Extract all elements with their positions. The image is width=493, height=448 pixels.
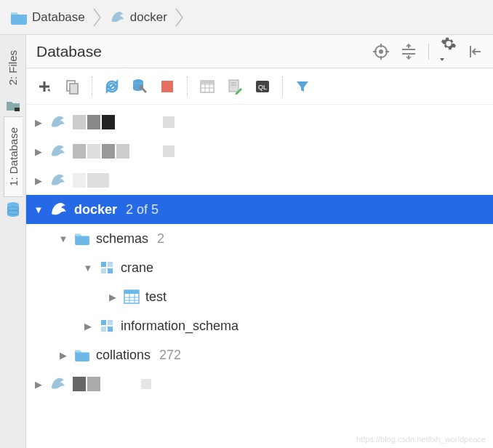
datasource-meta: 2 of 5 (126, 202, 159, 217)
rail-tab-files[interactable]: 2: Files (3, 39, 23, 96)
mysql-dolphin-icon (49, 143, 67, 160)
table-icon (124, 289, 140, 304)
rail-tab-database[interactable]: 1: Database (4, 116, 23, 197)
collapse-arrow-icon[interactable]: ▼ (58, 233, 68, 244)
folder-icon (74, 232, 90, 245)
filter-button[interactable] (292, 76, 313, 97)
table-view-button[interactable] (196, 76, 218, 97)
svg-point-15 (133, 79, 143, 84)
expand-arrow-icon[interactable]: ▶ (33, 175, 44, 186)
schemas-count: 2 (157, 231, 164, 247)
expand-arrow-icon[interactable]: ▶ (58, 350, 68, 361)
separator (92, 76, 92, 97)
schema-icon (99, 260, 115, 276)
mysql-dolphin-icon (110, 9, 126, 25)
panel-title: Database (36, 43, 102, 60)
redacted-label (73, 173, 109, 188)
database-stack-icon[interactable] (6, 201, 20, 217)
expand-arrow-icon[interactable]: ▶ (33, 379, 44, 390)
svg-point-5 (379, 49, 383, 54)
split-icon[interactable] (401, 44, 417, 60)
schema-label: crane (121, 260, 153, 276)
stop-button[interactable] (156, 76, 178, 97)
svg-rect-28 (101, 262, 106, 267)
datasource-row[interactable]: ▶ (26, 166, 493, 195)
datasource-label: docker (74, 202, 117, 217)
watermark: https://blog.csdn.net/lxh_worldpeace (356, 435, 486, 444)
expand-arrow-icon[interactable]: ▶ (108, 292, 118, 303)
table-label: test (145, 289, 167, 305)
table-row[interactable]: ▶ test (26, 282, 493, 311)
svg-rect-0 (15, 108, 20, 111)
svg-rect-16 (161, 81, 173, 92)
redacted-mark (141, 379, 151, 389)
separator (428, 44, 429, 60)
folder-small-icon[interactable] (6, 100, 20, 112)
svg-rect-14 (70, 84, 78, 94)
refresh-button[interactable] (101, 76, 123, 97)
edit-button[interactable] (224, 76, 246, 97)
collapse-arrow-icon[interactable]: ▼ (33, 204, 44, 215)
svg-rect-30 (101, 268, 106, 273)
gear-icon[interactable] (441, 36, 457, 68)
schemas-folder[interactable]: ▼ schemas 2 (26, 224, 493, 253)
svg-rect-23 (229, 80, 239, 92)
expand-arrow-icon[interactable]: ▶ (33, 117, 44, 128)
collations-label: collations (96, 348, 151, 363)
expand-arrow-icon[interactable]: ▶ (83, 321, 93, 332)
svg-rect-29 (108, 262, 113, 267)
datasource-row[interactable]: ▶ (26, 369, 493, 399)
redacted-label (73, 144, 129, 159)
expand-arrow-icon[interactable]: ▶ (33, 146, 44, 157)
schema-icon (99, 318, 115, 334)
svg-rect-40 (101, 327, 106, 332)
breadcrumb: Database docker (0, 0, 493, 35)
datasource-row[interactable]: ▶ (26, 137, 493, 166)
left-rail: 2: Files 1: Database (0, 35, 26, 448)
datasource-row[interactable]: ▶ (26, 108, 493, 137)
schema-row[interactable]: ▼ crane (26, 253, 493, 282)
add-button[interactable] (33, 76, 55, 97)
folder-icon (74, 348, 90, 361)
schema-row[interactable]: ▶ information_schema (26, 311, 493, 340)
mysql-dolphin-icon (49, 200, 68, 219)
breadcrumb-node-label: docker (130, 10, 167, 25)
redacted-label (73, 377, 100, 391)
svg-rect-22 (201, 81, 214, 84)
redacted-mark (163, 116, 175, 128)
chevron-right-icon (92, 7, 103, 28)
console-button[interactable]: QL (252, 76, 273, 97)
toolbar: QL (26, 68, 493, 105)
svg-rect-31 (108, 268, 113, 273)
svg-text:QL: QL (258, 84, 267, 91)
svg-point-1 (7, 202, 19, 207)
datasource-row-selected[interactable]: ▼ docker 2 of 5 (26, 195, 493, 224)
svg-rect-39 (108, 320, 113, 325)
datasource-properties-button[interactable] (129, 76, 151, 97)
folder-icon (10, 10, 28, 25)
svg-rect-41 (108, 327, 113, 332)
separator (282, 76, 283, 97)
collations-folder[interactable]: ▶ collations 272 (26, 340, 493, 369)
target-icon[interactable] (373, 44, 389, 60)
svg-rect-38 (101, 320, 106, 325)
collations-count: 272 (159, 348, 181, 363)
duplicate-button[interactable] (61, 76, 83, 97)
collapse-icon[interactable] (468, 44, 483, 60)
breadcrumb-root[interactable]: Database (4, 8, 91, 27)
database-tree: ▶ ▶ ▶ ▼ docker 2 of 5 (26, 105, 493, 448)
breadcrumb-root-label: Database (32, 10, 85, 25)
mysql-dolphin-icon (49, 113, 67, 131)
schema-label: information_schema (121, 319, 239, 334)
separator (187, 76, 188, 97)
svg-rect-33 (124, 290, 139, 294)
mysql-dolphin-icon (49, 375, 67, 393)
redacted-mark (163, 145, 175, 157)
breadcrumb-node[interactable]: docker (104, 7, 173, 28)
database-panel: Database QL (26, 35, 493, 448)
panel-header: Database (26, 35, 493, 68)
mysql-dolphin-icon (49, 172, 67, 189)
collapse-arrow-icon[interactable]: ▼ (83, 263, 93, 273)
redacted-label (73, 115, 115, 129)
schemas-label: schemas (96, 231, 148, 247)
